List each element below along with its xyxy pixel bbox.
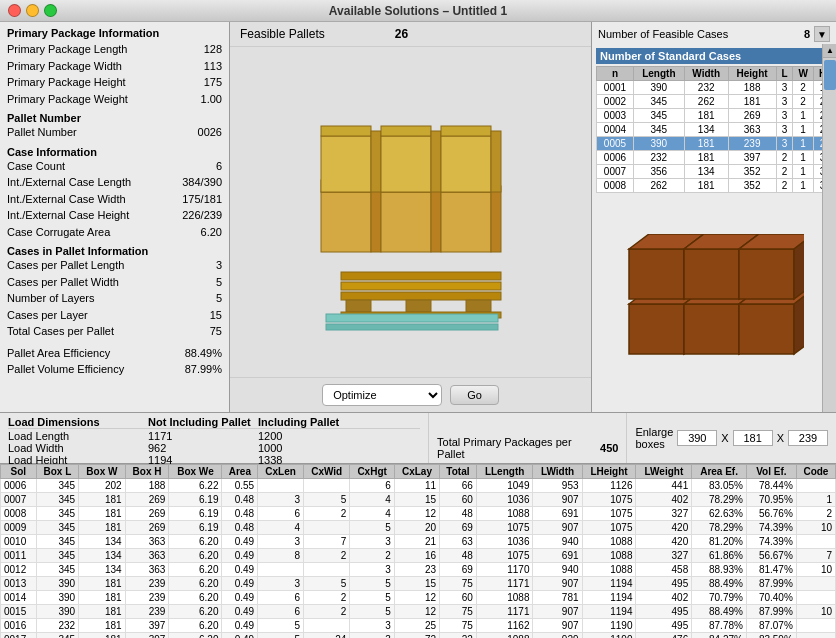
bottom-cell-6: 3 (258, 577, 304, 591)
bottom-table-section[interactable]: Sol Box L Box W Box H Box We Area CxLen … (0, 464, 836, 638)
cases-table-row[interactable]: 0002345262181322 (597, 95, 832, 109)
enlarge-val3[interactable] (788, 430, 828, 446)
bottom-cell-17 (796, 577, 835, 591)
table-row[interactable]: 00103451343636.200.493732163103694010884… (1, 535, 836, 549)
bottom-cell-17 (796, 619, 835, 633)
table-row[interactable]: 00173451813976.200.495243722210889291190… (1, 633, 836, 639)
svg-rect-17 (321, 126, 371, 136)
pkg-width-label: Primary Package Width (7, 58, 122, 75)
case-height-row: Int./External Case Height 226/239 (7, 207, 222, 224)
bottom-cell-0: 0008 (1, 507, 37, 521)
cases-table-row[interactable]: 0003345181269312 (597, 109, 832, 123)
pallet-number-section: Pallet Number Pallet Number 0026 (7, 112, 222, 141)
bottom-cell-5: 0.49 (222, 563, 258, 577)
table-row[interactable]: 00162321813976.200.495325751162907119049… (1, 619, 836, 633)
bottom-cell-11: 1170 (476, 563, 533, 577)
bottom-cell-7: 7 (304, 535, 350, 549)
svg-rect-16 (321, 136, 371, 192)
bottom-cell-15: 78.29% (692, 493, 747, 507)
bottom-cell-8: 3 (350, 633, 394, 639)
cases-table-row[interactable]: 0005390181239312 (597, 137, 832, 151)
total-cases-val: 75 (210, 323, 222, 340)
table-row[interactable]: 00093451812696.190.484520691075907107542… (1, 521, 836, 535)
cases-table-row[interactable]: 0006232181397213 (597, 151, 832, 165)
scroll-thumb[interactable] (824, 60, 836, 90)
standard-cases-container: Number of Standard Cases n Length Width … (592, 46, 836, 195)
scroll-up-arrow[interactable]: ▲ (823, 44, 836, 58)
cases-table-row[interactable]: 0004345134363312 (597, 123, 832, 137)
bottom-cell-15: 70.79% (692, 591, 747, 605)
bottom-cell-2: 134 (79, 549, 126, 563)
bottom-cell-16: 87.99% (746, 605, 796, 619)
table-row[interactable]: 00133901812396.200.493551575117190711944… (1, 577, 836, 591)
bottom-cell-5: 0.49 (222, 549, 258, 563)
optimize-select-wrapper[interactable]: Optimize (322, 384, 442, 406)
bottom-cell-7 (304, 479, 350, 493)
cases-cell-length: 345 (633, 123, 684, 137)
cases-dropdown-arrow[interactable]: ▼ (814, 26, 830, 42)
case-count-val: 6 (216, 158, 222, 175)
num-layers-row: Number of Layers 5 (7, 290, 222, 307)
cases-cell-W: 1 (793, 109, 814, 123)
bottom-cell-8: 5 (350, 521, 394, 535)
th-area: Area (222, 465, 258, 479)
cases-table-row[interactable]: 0001390232188321 (597, 81, 832, 95)
table-row[interactable]: 00083451812696.190.486241248108869110753… (1, 507, 836, 521)
cases-table-row[interactable]: 0007356134352213 (597, 165, 832, 179)
bottom-cell-15: 88.49% (692, 577, 747, 591)
cases-width-row: Cases per Pallet Width 5 (7, 274, 222, 291)
case-width-label: Int./External Case Width (7, 191, 126, 208)
load-dims-left: Load Dimensions Not Including Pallet Inc… (0, 413, 428, 463)
cases-cell-height: 352 (728, 179, 776, 193)
standard-cases-title: Number of Standard Cases (596, 48, 832, 64)
bottom-cell-13: 1075 (582, 521, 636, 535)
bottom-cell-2: 181 (79, 619, 126, 633)
load-dims-header-label: Load Dimensions (8, 416, 148, 428)
table-row[interactable]: 00143901812396.200.496251260108878111944… (1, 591, 836, 605)
corrugation-val: 6.20 (201, 224, 222, 241)
table-row[interactable]: 00123451343636.200.493236911709401088458… (1, 563, 836, 577)
bottom-cell-10: 22 (440, 633, 477, 639)
bottom-cell-11: 1088 (476, 633, 533, 639)
close-button[interactable] (8, 4, 21, 17)
cases-cell-height: 363 (728, 123, 776, 137)
bottom-cell-9: 21 (394, 535, 439, 549)
enlarge-val1[interactable] (677, 430, 717, 446)
minimize-button[interactable] (26, 4, 39, 17)
cases-pallet-header: Cases in Pallet Information (7, 245, 222, 257)
corrugation-row: Case Corrugate Area 6.20 (7, 224, 222, 241)
maximize-button[interactable] (44, 4, 57, 17)
cases-length-val: 3 (216, 257, 222, 274)
primary-package-header: Primary Package Information (7, 27, 222, 39)
svg-rect-22 (441, 136, 491, 192)
go-button[interactable]: Go (450, 385, 499, 405)
bottom-cell-13: 1088 (582, 549, 636, 563)
svg-rect-1 (341, 282, 501, 290)
bottom-cell-14: 495 (636, 605, 692, 619)
bottom-cell-12: 907 (533, 521, 582, 535)
bottom-cell-17 (796, 479, 835, 493)
table-row[interactable]: 00153901812396.200.496251275117190711944… (1, 605, 836, 619)
bottom-cell-6: 6 (258, 591, 304, 605)
cases-table-row[interactable]: 0008262181352213 (597, 179, 832, 193)
bottom-cell-6: 8 (258, 549, 304, 563)
load-width-v2: 1000 (258, 442, 368, 454)
bottom-cell-15: 88.49% (692, 605, 747, 619)
table-row[interactable]: 00063452021886.220.556116610499531126441… (1, 479, 836, 493)
cases-cell-n: 0003 (597, 109, 634, 123)
optimize-select[interactable]: Optimize (322, 384, 442, 406)
bottom-cell-11: 1049 (476, 479, 533, 493)
bottom-cell-10: 75 (440, 577, 477, 591)
enlarge-val2[interactable] (733, 430, 773, 446)
table-row[interactable]: 00113451343636.200.498221648107569110883… (1, 549, 836, 563)
load-length-v2: 1200 (258, 430, 368, 442)
case-count-label: Case Count (7, 158, 65, 175)
th-llength: LLength (476, 465, 533, 479)
vol-eff-val: 87.99% (185, 361, 222, 378)
cases-length-label: Cases per Pallet Length (7, 257, 124, 274)
table-row[interactable]: 00073451812696.190.483541560103690710754… (1, 493, 836, 507)
bottom-cell-14: 441 (636, 479, 692, 493)
bottom-cell-1: 232 (36, 619, 78, 633)
svg-rect-30 (684, 304, 739, 354)
bottom-cell-10: 75 (440, 619, 477, 633)
